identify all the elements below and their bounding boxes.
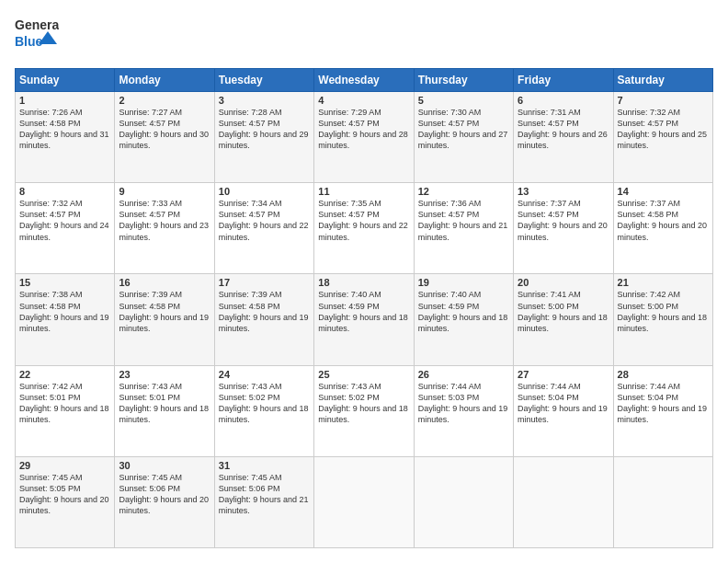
calendar-cell: 1Sunrise: 7:26 AMSunset: 4:58 PMDaylight… [16, 92, 115, 183]
day-info: Sunrise: 7:39 AMSunset: 4:58 PMDaylight:… [219, 289, 310, 334]
calendar-cell: 6Sunrise: 7:31 AMSunset: 4:57 PMDaylight… [514, 92, 613, 183]
calendar-cell: 31Sunrise: 7:45 AMSunset: 5:06 PMDayligh… [214, 456, 313, 547]
calendar-cell: 5Sunrise: 7:30 AMSunset: 4:57 PMDaylight… [414, 92, 513, 183]
calendar-cell: 23Sunrise: 7:43 AMSunset: 5:01 PMDayligh… [115, 365, 214, 456]
calendar-cell: 26Sunrise: 7:44 AMSunset: 5:03 PMDayligh… [414, 365, 513, 456]
day-info: Sunrise: 7:31 AMSunset: 4:57 PMDaylight:… [518, 107, 609, 152]
calendar-header-row: SundayMondayTuesdayWednesdayThursdayFrid… [16, 69, 713, 92]
calendar-cell: 2Sunrise: 7:27 AMSunset: 4:57 PMDaylight… [115, 92, 214, 183]
day-info: Sunrise: 7:42 AMSunset: 5:01 PMDaylight:… [19, 381, 110, 426]
day-number: 29 [19, 460, 110, 471]
calendar-cell: 16Sunrise: 7:39 AMSunset: 4:58 PMDayligh… [115, 274, 214, 365]
day-number: 28 [618, 369, 709, 380]
day-number: 6 [518, 95, 609, 106]
col-header-friday: Friday [514, 69, 613, 92]
day-info: Sunrise: 7:40 AMSunset: 4:59 PMDaylight:… [418, 289, 509, 334]
calendar-cell: 17Sunrise: 7:39 AMSunset: 4:58 PMDayligh… [214, 274, 313, 365]
calendar-cell: 4Sunrise: 7:29 AMSunset: 4:57 PMDaylight… [314, 92, 414, 183]
day-number: 26 [418, 369, 509, 380]
calendar-cell: 25Sunrise: 7:43 AMSunset: 5:02 PMDayligh… [314, 365, 414, 456]
day-number: 7 [618, 95, 709, 106]
day-info: Sunrise: 7:36 AMSunset: 4:57 PMDaylight:… [418, 198, 509, 243]
day-info: Sunrise: 7:26 AMSunset: 4:58 PMDaylight:… [19, 107, 110, 152]
day-info: Sunrise: 7:44 AMSunset: 5:03 PMDaylight:… [418, 381, 509, 426]
day-info: Sunrise: 7:44 AMSunset: 5:04 PMDaylight:… [518, 381, 609, 426]
day-info: Sunrise: 7:29 AMSunset: 4:57 PMDaylight:… [318, 107, 409, 152]
logo: General Blue [15, 15, 59, 57]
col-header-wednesday: Wednesday [314, 69, 414, 92]
day-info: Sunrise: 7:37 AMSunset: 4:57 PMDaylight:… [518, 198, 609, 243]
day-number: 12 [418, 186, 509, 197]
day-number: 25 [318, 369, 409, 380]
day-info: Sunrise: 7:32 AMSunset: 4:57 PMDaylight:… [618, 107, 709, 152]
calendar-cell: 8Sunrise: 7:32 AMSunset: 4:57 PMDaylight… [16, 183, 115, 274]
day-info: Sunrise: 7:27 AMSunset: 4:57 PMDaylight:… [119, 107, 210, 152]
svg-text:Blue: Blue [15, 34, 43, 49]
day-number: 10 [219, 186, 310, 197]
calendar-cell: 14Sunrise: 7:37 AMSunset: 4:58 PMDayligh… [613, 183, 712, 274]
calendar-cell: 29Sunrise: 7:45 AMSunset: 5:05 PMDayligh… [16, 456, 115, 547]
day-number: 22 [19, 369, 110, 380]
day-number: 20 [518, 277, 609, 288]
col-header-tuesday: Tuesday [214, 69, 313, 92]
calendar-cell: 10Sunrise: 7:34 AMSunset: 4:57 PMDayligh… [214, 183, 313, 274]
col-header-thursday: Thursday [414, 69, 513, 92]
day-number: 30 [119, 460, 210, 471]
calendar-cell: 12Sunrise: 7:36 AMSunset: 4:57 PMDayligh… [414, 183, 513, 274]
day-number: 14 [618, 186, 709, 197]
calendar-week-row: 8Sunrise: 7:32 AMSunset: 4:57 PMDaylight… [16, 183, 713, 274]
calendar-cell [314, 456, 414, 547]
day-info: Sunrise: 7:45 AMSunset: 5:06 PMDaylight:… [119, 472, 210, 517]
calendar-cell: 13Sunrise: 7:37 AMSunset: 4:57 PMDayligh… [514, 183, 613, 274]
day-number: 9 [119, 186, 210, 197]
col-header-saturday: Saturday [613, 69, 712, 92]
day-info: Sunrise: 7:42 AMSunset: 5:00 PMDaylight:… [618, 289, 709, 334]
day-info: Sunrise: 7:38 AMSunset: 4:58 PMDaylight:… [19, 289, 110, 334]
day-info: Sunrise: 7:45 AMSunset: 5:06 PMDaylight:… [219, 472, 310, 517]
calendar-cell [514, 456, 613, 547]
day-info: Sunrise: 7:43 AMSunset: 5:02 PMDaylight:… [318, 381, 409, 426]
calendar-week-row: 15Sunrise: 7:38 AMSunset: 4:58 PMDayligh… [16, 274, 713, 365]
calendar-cell: 30Sunrise: 7:45 AMSunset: 5:06 PMDayligh… [115, 456, 214, 547]
calendar-cell: 20Sunrise: 7:41 AMSunset: 5:00 PMDayligh… [514, 274, 613, 365]
day-info: Sunrise: 7:37 AMSunset: 4:58 PMDaylight:… [618, 198, 709, 243]
day-info: Sunrise: 7:39 AMSunset: 4:58 PMDaylight:… [119, 289, 210, 334]
svg-text:General: General [15, 17, 59, 32]
calendar-cell: 7Sunrise: 7:32 AMSunset: 4:57 PMDaylight… [613, 92, 712, 183]
day-number: 2 [119, 95, 210, 106]
day-info: Sunrise: 7:34 AMSunset: 4:57 PMDaylight:… [219, 198, 310, 243]
day-info: Sunrise: 7:35 AMSunset: 4:57 PMDaylight:… [318, 198, 409, 243]
day-number: 1 [19, 95, 110, 106]
day-info: Sunrise: 7:43 AMSunset: 5:02 PMDaylight:… [219, 381, 310, 426]
calendar-cell: 18Sunrise: 7:40 AMSunset: 4:59 PMDayligh… [314, 274, 414, 365]
calendar-cell: 27Sunrise: 7:44 AMSunset: 5:04 PMDayligh… [514, 365, 613, 456]
calendar-cell [613, 456, 712, 547]
calendar-week-row: 29Sunrise: 7:45 AMSunset: 5:05 PMDayligh… [16, 456, 713, 547]
day-info: Sunrise: 7:32 AMSunset: 4:57 PMDaylight:… [19, 198, 110, 243]
day-number: 5 [418, 95, 509, 106]
day-number: 24 [219, 369, 310, 380]
day-number: 15 [19, 277, 110, 288]
calendar-cell [414, 456, 513, 547]
day-info: Sunrise: 7:33 AMSunset: 4:57 PMDaylight:… [119, 198, 210, 243]
page: General Blue SundayMondayTuesdayWednesda… [0, 0, 728, 563]
header: General Blue [15, 15, 713, 57]
day-number: 27 [518, 369, 609, 380]
day-number: 21 [618, 277, 709, 288]
day-number: 31 [219, 460, 310, 471]
day-number: 13 [518, 186, 609, 197]
calendar-week-row: 22Sunrise: 7:42 AMSunset: 5:01 PMDayligh… [16, 365, 713, 456]
day-info: Sunrise: 7:28 AMSunset: 4:57 PMDaylight:… [219, 107, 310, 152]
day-info: Sunrise: 7:30 AMSunset: 4:57 PMDaylight:… [418, 107, 509, 152]
calendar-cell: 22Sunrise: 7:42 AMSunset: 5:01 PMDayligh… [16, 365, 115, 456]
day-number: 8 [19, 186, 110, 197]
day-number: 3 [219, 95, 310, 106]
day-info: Sunrise: 7:45 AMSunset: 5:05 PMDaylight:… [19, 472, 110, 517]
day-number: 11 [318, 186, 409, 197]
day-info: Sunrise: 7:44 AMSunset: 5:04 PMDaylight:… [618, 381, 709, 426]
calendar-cell: 11Sunrise: 7:35 AMSunset: 4:57 PMDayligh… [314, 183, 414, 274]
calendar-cell: 28Sunrise: 7:44 AMSunset: 5:04 PMDayligh… [613, 365, 712, 456]
col-header-monday: Monday [115, 69, 214, 92]
logo-svg: General Blue [15, 15, 59, 53]
day-number: 19 [418, 277, 509, 288]
